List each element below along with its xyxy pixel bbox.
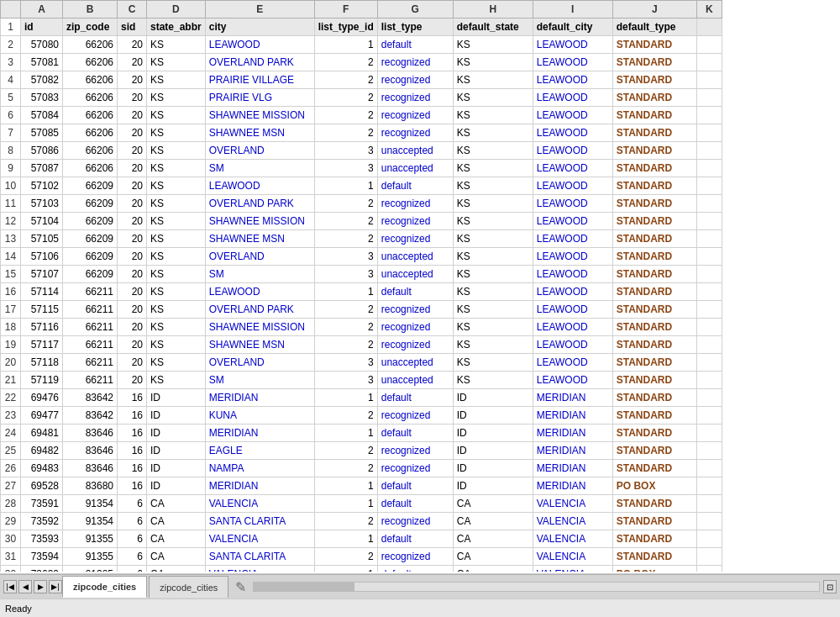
- cell-default-type[interactable]: STANDARD: [612, 425, 696, 442]
- cell-list-type[interactable]: recognized: [377, 195, 453, 213]
- cell-list-type-id[interactable]: 2: [314, 513, 377, 530]
- cell-zip-code[interactable]: 83646: [63, 460, 118, 477]
- cell-list-type[interactable]: unaccepted: [377, 160, 453, 177]
- cell-default-type[interactable]: STANDARD: [612, 36, 696, 54]
- cell-default-state[interactable]: KS: [453, 266, 533, 283]
- cell-list-type-id[interactable]: 3: [314, 372, 377, 389]
- cell-default-type[interactable]: STANDARD: [612, 142, 696, 160]
- cell-list-type[interactable]: recognized: [377, 336, 453, 354]
- tab-zipcode-cities[interactable]: zipcode_cities: [149, 576, 228, 598]
- cell-list-type-id[interactable]: 2: [314, 124, 377, 142]
- col-header-d[interactable]: D: [147, 1, 206, 18]
- cell-sid[interactable]: 20: [118, 283, 147, 301]
- cell-list-type-id[interactable]: 2: [314, 195, 377, 213]
- cell-state-abbr[interactable]: CA: [147, 548, 206, 566]
- cell-default-state[interactable]: KS: [453, 372, 533, 389]
- cell-default-state[interactable]: KS: [453, 248, 533, 266]
- cell-id[interactable]: 57114: [21, 283, 63, 301]
- cell-id[interactable]: 57082: [21, 71, 63, 89]
- header-default-city[interactable]: default_city: [533, 18, 612, 36]
- cell-default-city[interactable]: LEAWOOD: [533, 160, 612, 177]
- cell-id[interactable]: 69477: [21, 407, 63, 425]
- cell-sid[interactable]: 20: [118, 71, 147, 89]
- header-sid[interactable]: sid: [118, 18, 147, 36]
- cell-default-city[interactable]: LEAWOOD: [533, 142, 612, 160]
- cell-city[interactable]: SHAWNEE MSN: [205, 336, 314, 354]
- cell-list-type[interactable]: recognized: [377, 54, 453, 71]
- cell-id[interactable]: 57084: [21, 107, 63, 124]
- cell-sid[interactable]: 6: [118, 495, 147, 513]
- cell-state-abbr[interactable]: KS: [147, 71, 206, 89]
- cell-state-abbr[interactable]: KS: [147, 319, 206, 336]
- cell-default-type[interactable]: STANDARD: [612, 354, 696, 372]
- cell-state-abbr[interactable]: KS: [147, 54, 206, 71]
- cell-id[interactable]: 57118: [21, 354, 63, 372]
- cell-list-type-id[interactable]: 2: [314, 336, 377, 354]
- cell-sid[interactable]: 6: [118, 513, 147, 530]
- cell-state-abbr[interactable]: ID: [147, 425, 206, 442]
- cell-list-type-id[interactable]: 3: [314, 266, 377, 283]
- cell-list-type[interactable]: default: [377, 389, 453, 407]
- cell-list-type-id[interactable]: 2: [314, 301, 377, 319]
- cell-state-abbr[interactable]: KS: [147, 283, 206, 301]
- cell-default-type[interactable]: STANDARD: [612, 213, 696, 230]
- cell-sid[interactable]: 6: [118, 566, 147, 572]
- cell-zip-code[interactable]: 66211: [63, 283, 118, 301]
- cell-list-type[interactable]: unaccepted: [377, 266, 453, 283]
- cell-sid[interactable]: 20: [118, 54, 147, 71]
- cell-city[interactable]: PRAIRIE VILLAGE: [205, 71, 314, 89]
- cell-sid[interactable]: 20: [118, 301, 147, 319]
- cell-default-city[interactable]: LEAWOOD: [533, 71, 612, 89]
- cell-state-abbr[interactable]: ID: [147, 477, 206, 495]
- cell-state-abbr[interactable]: KS: [147, 354, 206, 372]
- cell-default-city[interactable]: LEAWOOD: [533, 266, 612, 283]
- cell-default-state[interactable]: ID: [453, 477, 533, 495]
- cell-default-type[interactable]: STANDARD: [612, 407, 696, 425]
- cell-state-abbr[interactable]: KS: [147, 213, 206, 230]
- cell-city[interactable]: OVERLAND: [205, 142, 314, 160]
- cell-city[interactable]: OVERLAND PARK: [205, 195, 314, 213]
- cell-sid[interactable]: 20: [118, 213, 147, 230]
- cell-list-type[interactable]: recognized: [377, 548, 453, 566]
- cell-sid[interactable]: 16: [118, 460, 147, 477]
- cell-id[interactable]: 57102: [21, 177, 63, 195]
- cell-list-type-id[interactable]: 1: [314, 425, 377, 442]
- cell-zip-code[interactable]: 83646: [63, 425, 118, 442]
- cell-list-type[interactable]: default: [377, 530, 453, 548]
- cell-list-type[interactable]: recognized: [377, 89, 453, 107]
- cell-zip-code[interactable]: 66206: [63, 89, 118, 107]
- cell-default-state[interactable]: KS: [453, 195, 533, 213]
- cell-sid[interactable]: 20: [118, 266, 147, 283]
- cell-default-type[interactable]: STANDARD: [612, 513, 696, 530]
- cell-default-city[interactable]: MERIDIAN: [533, 460, 612, 477]
- col-header-h[interactable]: H: [453, 1, 533, 18]
- cell-state-abbr[interactable]: CA: [147, 513, 206, 530]
- cell-default-state[interactable]: KS: [453, 89, 533, 107]
- cell-id[interactable]: 57080: [21, 36, 63, 54]
- cell-list-type[interactable]: unaccepted: [377, 142, 453, 160]
- cell-sid[interactable]: 16: [118, 477, 147, 495]
- cell-state-abbr[interactable]: CA: [147, 495, 206, 513]
- cell-sid[interactable]: 20: [118, 230, 147, 248]
- cell-state-abbr[interactable]: KS: [147, 124, 206, 142]
- cell-list-type-id[interactable]: 1: [314, 566, 377, 572]
- cell-default-type[interactable]: STANDARD: [612, 530, 696, 548]
- cell-default-state[interactable]: KS: [453, 54, 533, 71]
- cell-sid[interactable]: 20: [118, 354, 147, 372]
- cell-id[interactable]: 57106: [21, 248, 63, 266]
- cell-default-type[interactable]: STANDARD: [612, 54, 696, 71]
- cell-list-type[interactable]: unaccepted: [377, 372, 453, 389]
- cell-list-type-id[interactable]: 1: [314, 389, 377, 407]
- cell-default-type[interactable]: STANDARD: [612, 495, 696, 513]
- cell-default-city[interactable]: VALENCIA: [533, 495, 612, 513]
- cell-default-city[interactable]: LEAWOOD: [533, 372, 612, 389]
- cell-default-state[interactable]: KS: [453, 142, 533, 160]
- cell-default-type[interactable]: STANDARD: [612, 124, 696, 142]
- cell-list-type-id[interactable]: 2: [314, 107, 377, 124]
- cell-sid[interactable]: 20: [118, 195, 147, 213]
- cell-zip-code[interactable]: 66209: [63, 195, 118, 213]
- cell-default-type[interactable]: STANDARD: [612, 230, 696, 248]
- cell-sid[interactable]: 20: [118, 319, 147, 336]
- cell-zip-code[interactable]: 91355: [63, 548, 118, 566]
- cell-id[interactable]: 57103: [21, 195, 63, 213]
